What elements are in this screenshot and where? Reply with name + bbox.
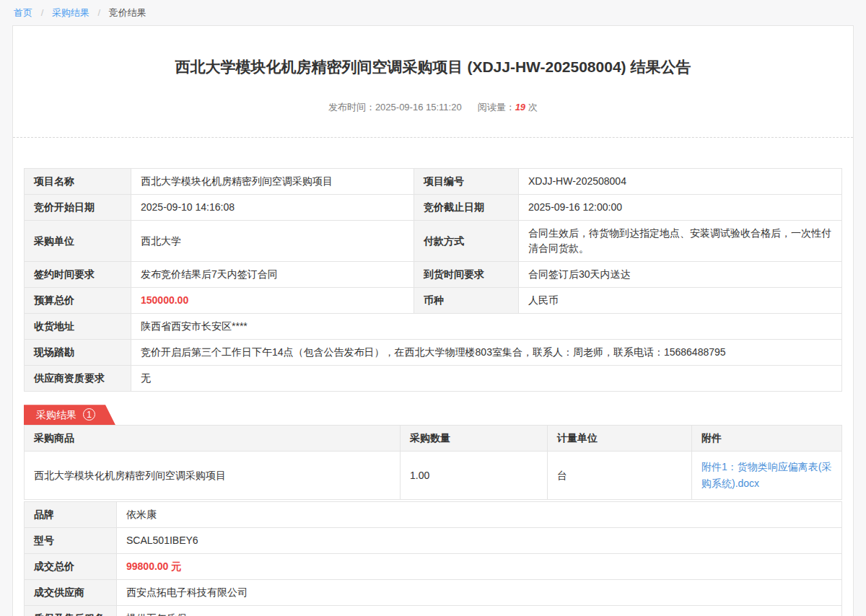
project-info-table: 项目名称 西北大学模块化机房精密列间空调采购项目 项目编号 XDJJ-HW-20…: [24, 168, 842, 392]
publish-meta: 发布时间：2025-09-16 15:11:20阅读量：19次: [24, 101, 842, 114]
table-row: 现场踏勘 竞价开启后第三个工作日下午14点（包含公告发布日），在西北大学物理楼8…: [25, 340, 842, 366]
brand-value: 依米康: [117, 502, 842, 528]
breadcrumb-home-link[interactable]: 首页: [14, 7, 32, 18]
info-value: 西北大学: [131, 221, 414, 262]
table-row: 采购单位 西北大学 付款方式 合同生效后，待货物到达指定地点、安装调试验收合格后…: [25, 221, 842, 262]
table-row: 竞价开始日期 2025-09-10 14:16:08 竞价截止日期 2025-0…: [25, 195, 842, 221]
info-value: 合同签订后30天内送达: [519, 262, 842, 288]
info-label: 付款方式: [414, 221, 519, 262]
column-header-quantity: 采购数量: [401, 426, 548, 452]
table-row: 成交总价 99800.00 元: [25, 554, 842, 580]
attachment-link[interactable]: 附件1：货物类响应偏离表(采购系统).docx: [701, 459, 832, 492]
table-row: 收货地址 陕西省西安市长安区****: [25, 314, 842, 340]
info-label: 到货时间要求: [414, 262, 519, 288]
breadcrumb-separator: /: [98, 7, 101, 18]
unit-cell: 台: [548, 452, 692, 500]
page-title: 西北大学模块化机房精密列间空调采购项目 (XDJJ-HW-202508004) …: [24, 26, 842, 76]
publish-time-value: 2025-09-16 15:11:20: [375, 102, 462, 113]
table-row: 预算总价 150000.00 币种 人民币: [25, 288, 842, 314]
info-label: 竞价截止日期: [414, 195, 519, 221]
info-value: 2025-09-16 12:00:00: [519, 195, 842, 221]
breadcrumb-procurement-results-link[interactable]: 采购结果: [52, 7, 89, 18]
award-label: 质保及售后服务: [25, 606, 117, 616]
table-row: 西北大学模块化机房精密列间空调采购项目 1.00 台 附件1：货物类响应偏离表(…: [25, 452, 842, 500]
column-header-product: 采购商品: [25, 426, 401, 452]
product-name-cell: 西北大学模块化机房精密列间空调采购项目: [25, 452, 401, 500]
award-label: 品牌: [25, 502, 117, 528]
column-header-attachment: 附件: [692, 426, 842, 452]
column-header-unit: 计量单位: [548, 426, 692, 452]
table-header-row: 采购商品 采购数量 计量单位 附件: [25, 426, 842, 452]
views-count: 19: [515, 102, 525, 113]
info-value: 2025-09-10 14:16:08: [131, 195, 414, 221]
result-badge: 采购结果1: [24, 405, 115, 425]
table-row: 型号 SCAL501IBEY6: [25, 528, 842, 554]
info-value: 竞价开启后第三个工作日下午14点（包含公告发布日），在西北大学物理楼803室集合…: [131, 340, 842, 366]
result-badge-number: 1: [83, 408, 95, 421]
attachment-cell: 附件1：货物类响应偏离表(采购系统).docx: [692, 452, 842, 500]
award-label: 成交总价: [25, 554, 117, 580]
breadcrumb-separator: /: [41, 7, 44, 18]
info-label: 采购单位: [25, 221, 131, 262]
views-unit: 次: [528, 102, 538, 113]
table-row: 供应商资质要求 无: [25, 366, 842, 392]
info-label: 币种: [414, 288, 519, 314]
info-label: 收货地址: [25, 314, 131, 340]
award-label: 型号: [25, 528, 117, 554]
info-label: 供应商资质要求: [25, 366, 131, 392]
model-value: SCAL501IBEY6: [117, 528, 842, 554]
supplier-value: 西安点拓电子科技有限公司: [117, 580, 842, 606]
result-section-header: 采购结果1: [24, 405, 842, 425]
table-row: 品牌 依米康: [25, 502, 842, 528]
dashed-divider: [13, 137, 853, 138]
info-value: 无: [131, 366, 842, 392]
table-row: 项目名称 西北大学模块化机房精密列间空调采购项目 项目编号 XDJJ-HW-20…: [25, 169, 842, 195]
announcement-card: 西北大学模块化机房精密列间空调采购项目 (XDJJ-HW-202508004) …: [12, 25, 854, 616]
info-label: 签约时间要求: [25, 262, 131, 288]
table-row: 质保及售后服务 提供五年质保。: [25, 606, 842, 616]
info-label: 竞价开始日期: [25, 195, 131, 221]
table-row: 签约时间要求 发布竞价结果后7天内签订合同 到货时间要求 合同签订后30天内送达: [25, 262, 842, 288]
info-value: 人民币: [519, 288, 842, 314]
publish-time-label: 发布时间：: [328, 102, 375, 113]
info-value: XDJJ-HW-202508004: [519, 169, 842, 195]
breadcrumb-current-page: 竞价结果: [109, 7, 146, 18]
info-value: 发布竞价结果后7天内签订合同: [131, 262, 414, 288]
info-label: 项目编号: [414, 169, 519, 195]
quantity-cell: 1.00: [401, 452, 548, 500]
info-value: 西北大学模块化机房精密列间空调采购项目: [131, 169, 414, 195]
info-label: 项目名称: [25, 169, 131, 195]
budget-total-value: 150000.00: [131, 288, 414, 314]
breadcrumb: 首页 / 采购结果 / 竞价结果: [0, 0, 866, 25]
award-info-table: 品牌 依米康 型号 SCAL501IBEY6 成交总价 99800.00 元 成…: [24, 501, 842, 616]
result-badge-label: 采购结果: [36, 409, 76, 421]
info-value: 合同生效后，待货物到达指定地点、安装调试验收合格后，一次性付清合同货款。: [519, 221, 842, 262]
award-total-price-value: 99800.00 元: [117, 554, 842, 580]
result-table: 采购商品 采购数量 计量单位 附件 西北大学模块化机房精密列间空调采购项目 1.…: [24, 425, 842, 500]
table-row: 成交供应商 西安点拓电子科技有限公司: [25, 580, 842, 606]
info-label: 预算总价: [25, 288, 131, 314]
warranty-value: 提供五年质保。: [117, 606, 842, 616]
info-label: 现场踏勘: [25, 340, 131, 366]
info-value: 陕西省西安市长安区****: [131, 314, 842, 340]
views-label: 阅读量：: [478, 102, 515, 113]
award-label: 成交供应商: [25, 580, 117, 606]
